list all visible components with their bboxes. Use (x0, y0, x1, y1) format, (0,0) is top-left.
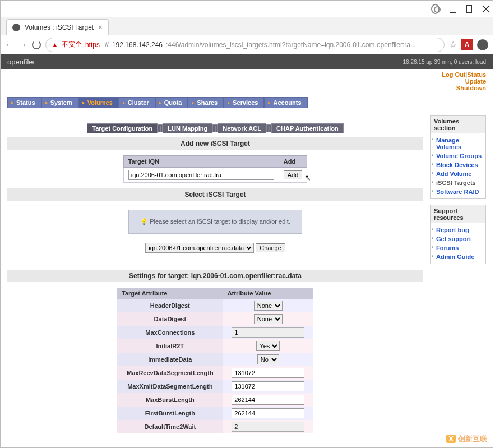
table-row: ImmediateDataNo (117, 353, 313, 366)
nav-label: Volumes (87, 99, 113, 106)
app-logo: openfiler (7, 58, 35, 66)
sidebar-item-report-bug[interactable]: Report bug (432, 225, 484, 234)
url-host: 192.168.142.246 (112, 41, 163, 49)
sidebar-item-manage-volumes[interactable]: Manage Volumes (432, 136, 484, 151)
bullet-icon: ▸ (159, 100, 162, 105)
nav-label: Accounts (273, 99, 301, 106)
tab-title: Volumes : iSCSI Target (25, 24, 94, 31)
nav-tab-volumes[interactable]: ▸Volumes (78, 97, 119, 108)
nav-tab-cluster[interactable]: ▸Cluster (119, 97, 155, 108)
extension-a-icon[interactable]: A (461, 39, 473, 50)
change-button[interactable]: Change (256, 243, 285, 252)
add-target-heading: Add new iSCSI Target (7, 137, 423, 150)
nav-label: Services (233, 99, 258, 106)
attr-value-cell: None (223, 299, 313, 312)
forward-button[interactable]: → (18, 40, 27, 50)
target-iqn-input[interactable] (128, 170, 274, 180)
attr-select-headerdigest[interactable]: None (254, 301, 283, 311)
support-resources-box: Support resources Report bugGet supportF… (430, 205, 486, 264)
volumes-section-title: Volumes section (431, 116, 485, 133)
table-row: MaxXmitDataSegmentLength (117, 380, 313, 393)
bullet-icon: ▸ (228, 100, 230, 105)
table-row: DefaultTime2Wait (117, 420, 313, 433)
nav-tab-status[interactable]: ▸Status (7, 97, 41, 108)
browser-tab[interactable]: Volumes : iSCSI Target × (6, 19, 109, 35)
subnav-network-acl[interactable]: Network ACL (218, 123, 266, 133)
sidebar-item-get-support[interactable]: Get support (432, 234, 484, 243)
col-attribute-value: Attribute Value (223, 288, 313, 299)
logout-link[interactable]: Log Out (442, 71, 465, 78)
table-row: InitialR2TYes (117, 339, 313, 353)
nav-tab-shares[interactable]: ▸Shares (188, 97, 224, 108)
attr-input-maxxmitdatasegmentlength[interactable] (232, 381, 304, 391)
nav-tab-services[interactable]: ▸Services (224, 97, 264, 108)
table-row: MaxBurstLength (117, 393, 313, 407)
insecure-icon: ▲ (52, 41, 58, 49)
table-row: FirstBurstLength (117, 407, 313, 420)
support-resources-title: Support resources (431, 205, 485, 223)
add-target-table: Target IQN Add Add (123, 155, 308, 183)
nav-label: Shares (197, 99, 218, 106)
attr-name: DefaultTime2Wait (117, 420, 223, 433)
address-bar: ← → ▲ 不安全 https://192.168.142.246:446/ad… (1, 35, 493, 54)
sidebar-item-admin-guide[interactable]: Admin Guide (432, 252, 484, 261)
bullet-icon: ▸ (192, 100, 195, 105)
hint-box: 💡 Please select an iSCSI target to displ… (128, 210, 302, 234)
browser-tabbar: Volumes : iSCSI Target × (1, 17, 493, 35)
url-path: :446/admin/volumes_iscsi_targets.html?ta… (166, 41, 416, 49)
attr-name: ImmediateData (117, 353, 223, 366)
attr-select-initialr2t[interactable]: Yes (256, 341, 280, 351)
attributes-table: Target Attribute Attribute Value HeaderD… (117, 288, 313, 433)
attr-input-maxburstlength[interactable] (232, 395, 304, 405)
back-button[interactable]: ← (5, 40, 14, 50)
add-button[interactable]: Add (284, 170, 303, 179)
attr-input-maxrecvdatasegmentlength[interactable] (232, 368, 304, 378)
reload-button[interactable] (32, 40, 41, 49)
nav-label: System (50, 99, 72, 106)
attr-input-firstburstlength[interactable] (232, 408, 304, 418)
attr-value-cell: Yes (223, 339, 313, 353)
attr-name: HeaderDigest (117, 299, 223, 312)
bullet-icon: ▸ (268, 100, 271, 105)
target-select[interactable]: iqn.2006-01.com.openfiler:rac.data (145, 243, 254, 253)
attr-value-cell (223, 326, 313, 339)
profile-icon[interactable] (431, 4, 440, 14)
main-nav: ▸Status▸System▸Volumes▸Cluster▸Quota▸Sha… (1, 97, 493, 108)
shutdown-link[interactable]: Shutdown (456, 85, 486, 91)
url-field[interactable]: ▲ 不安全 https://192.168.142.246:446/admin/… (45, 38, 445, 52)
subnav-target-configuration[interactable]: Target Configuration (87, 123, 158, 133)
attr-select-datadigest[interactable]: None (254, 314, 283, 324)
attr-name: InitialR2T (117, 339, 223, 353)
attr-select-immediatedata[interactable]: No (257, 354, 279, 364)
sub-nav: Target Configuration|LUN Mapping|Network… (7, 125, 423, 132)
sidebar-item-block-devices[interactable]: Block Devices (432, 160, 484, 169)
sidebar-item-volume-groups[interactable]: Volume Groups (432, 151, 484, 160)
nav-tab-system[interactable]: ▸System (41, 97, 78, 108)
attr-value-cell (223, 393, 313, 407)
nav-tab-quota[interactable]: ▸Quota (155, 97, 188, 108)
mouse-cursor-icon: ↖ (304, 173, 311, 182)
table-row: DataDigestNone (117, 312, 313, 326)
close-button[interactable] (482, 5, 488, 13)
update-link[interactable]: Update (465, 78, 486, 85)
subnav-lun-mapping[interactable]: LUN Mapping (163, 123, 212, 133)
nav-label: Cluster (128, 99, 149, 106)
bookmark-star-icon[interactable]: ☆ (449, 39, 457, 50)
lightbulb-icon: 💡 (140, 218, 148, 225)
nav-tab-accounts[interactable]: ▸Accounts (264, 97, 307, 108)
window-titlebar (1, 1, 493, 17)
maximize-button[interactable] (466, 5, 473, 13)
attr-name: MaxConnections (117, 326, 223, 339)
sidebar-item-software-raid[interactable]: Software RAID (432, 187, 484, 196)
bullet-icon: ▸ (123, 100, 126, 105)
table-row: HeaderDigestNone (117, 299, 313, 312)
tab-close-icon[interactable]: × (98, 23, 103, 31)
status-link[interactable]: Status (467, 71, 486, 78)
minimize-button[interactable] (450, 5, 456, 13)
extension-abp-icon[interactable] (477, 39, 488, 50)
select-target-heading: Select iSCSI Target (7, 188, 423, 201)
attr-value-cell (223, 380, 313, 393)
subnav-chap-authentication[interactable]: CHAP Authentication (271, 123, 344, 133)
sidebar-item-add-volume[interactable]: Add Volume (432, 169, 484, 178)
sidebar-item-forums[interactable]: Forums (432, 243, 484, 252)
